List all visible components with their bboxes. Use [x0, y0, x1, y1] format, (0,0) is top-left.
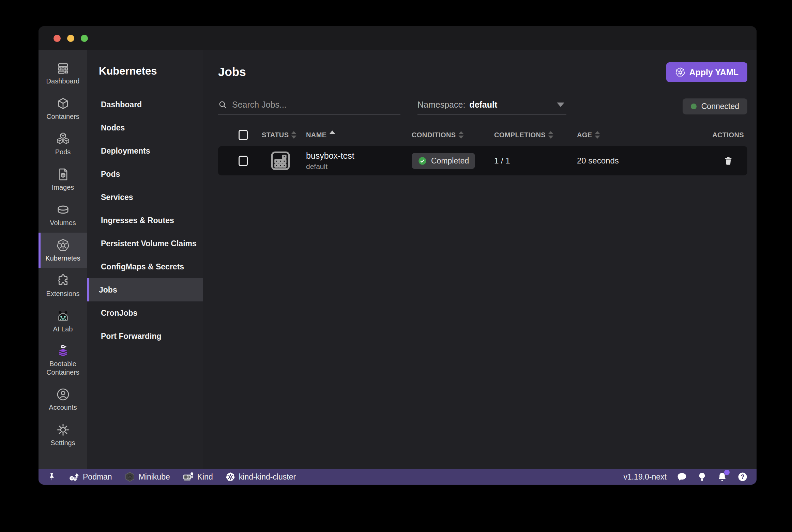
- notifications-bell-icon[interactable]: [717, 472, 727, 482]
- job-age: 20 seconds: [577, 156, 679, 166]
- statusbar-item-minikube[interactable]: Minikube: [124, 471, 170, 482]
- rail-item-images[interactable]: Images: [39, 162, 87, 197]
- rail-item-volumes[interactable]: Volumes: [39, 197, 87, 233]
- apply-yaml-label: Apply YAML: [689, 67, 738, 77]
- pods-icon: [56, 132, 70, 146]
- svg-text:?: ?: [741, 473, 745, 480]
- statusbar-item-kind-cluster[interactable]: kind-kind-cluster: [225, 472, 296, 482]
- rail-item-label: Dashboard: [45, 77, 81, 85]
- pin-icon[interactable]: [47, 472, 56, 481]
- namespace-value: default: [469, 100, 497, 110]
- apply-yaml-button[interactable]: Apply YAML: [666, 62, 747, 82]
- nav-item-cronjobs[interactable]: CronJobs: [87, 301, 203, 325]
- nav-item-dashboard[interactable]: Dashboard: [87, 93, 203, 116]
- namespace-label: Namespace:: [417, 100, 465, 110]
- ai-lab-icon: [56, 309, 70, 323]
- rail-item-ai-lab[interactable]: AI Lab: [39, 303, 87, 339]
- dashboard-icon: [56, 61, 70, 75]
- rail-item-kubernetes[interactable]: Kubernetes: [39, 233, 87, 268]
- job-namespace: default: [306, 162, 412, 171]
- nav-item-deployments[interactable]: Deployments: [87, 139, 203, 162]
- containers-icon: [56, 97, 70, 110]
- nav-item-port-forwarding[interactable]: Port Forwarding: [87, 325, 203, 348]
- nav-item-nodes[interactable]: Nodes: [87, 116, 203, 139]
- nav-panel-title: Kubernetes: [99, 65, 203, 77]
- rail-item-label: Containers: [45, 112, 81, 121]
- column-header-status[interactable]: STATUS: [262, 131, 306, 139]
- help-icon[interactable]: ?: [737, 472, 748, 482]
- rail-item-pods[interactable]: Pods: [39, 126, 87, 162]
- job-status-icon: [269, 150, 292, 172]
- rail-item-dashboard[interactable]: Dashboard: [39, 56, 87, 91]
- search-field: [218, 100, 400, 114]
- accounts-icon: [56, 388, 70, 401]
- rail-item-label: Settings: [49, 439, 76, 447]
- column-header-actions: ACTIONS: [679, 131, 747, 139]
- column-header-completions[interactable]: COMPLETIONS: [494, 131, 577, 139]
- maximize-window-button[interactable]: [81, 35, 88, 42]
- minimize-window-button[interactable]: [67, 35, 74, 42]
- bootable-containers-icon: [56, 344, 70, 358]
- titlebar: [39, 26, 757, 50]
- kubernetes-nav-panel: Kubernetes Dashboard Nodes Deployments P…: [87, 50, 203, 469]
- rail-item-extensions[interactable]: Extensions: [39, 268, 87, 303]
- lightbulb-icon[interactable]: [697, 472, 707, 482]
- job-name: busybox-test: [306, 151, 412, 161]
- extensions-icon: [56, 274, 70, 287]
- condition-badge: Completed: [412, 153, 475, 169]
- search-icon: [218, 100, 227, 109]
- close-window-button[interactable]: [54, 35, 61, 42]
- rail-item-label: Kubernetes: [44, 254, 81, 263]
- connection-status-badge: Connected: [683, 98, 747, 114]
- rail-item-label: Bootable Containers: [41, 360, 85, 377]
- job-completions: 1 / 1: [494, 156, 577, 166]
- rail-item-label: Pods: [54, 148, 72, 156]
- page-title: Jobs: [218, 65, 246, 79]
- nav-item-pods[interactable]: Pods: [87, 162, 203, 186]
- sort-ascending-icon: [329, 130, 335, 134]
- condition-text: Completed: [431, 156, 469, 166]
- nav-item-ingresses-routes[interactable]: Ingresses & Routes: [87, 209, 203, 232]
- feedback-chat-icon[interactable]: [677, 472, 687, 482]
- app-window: Dashboard Containers: [39, 26, 757, 485]
- icon-rail: Dashboard Containers: [39, 50, 87, 469]
- nav-item-persistent-volume-claims[interactable]: Persistent Volume Claims: [87, 232, 203, 255]
- rail-item-containers[interactable]: Containers: [39, 91, 87, 126]
- sort-icon: [548, 131, 553, 139]
- rail-item-label: Volumes: [48, 219, 77, 227]
- settings-icon: [56, 423, 70, 437]
- nav-item-services[interactable]: Services: [87, 186, 203, 209]
- column-header-age[interactable]: AGE: [577, 131, 679, 139]
- search-input[interactable]: [232, 100, 400, 110]
- select-all-checkbox[interactable]: [239, 130, 248, 140]
- rail-item-label: Accounts: [47, 403, 78, 412]
- kubernetes-wheel-icon: [675, 67, 685, 77]
- sort-icon: [595, 131, 600, 139]
- rail-item-accounts[interactable]: Accounts: [39, 382, 87, 417]
- chevron-down-icon: [557, 103, 564, 107]
- sort-icon: [458, 131, 464, 139]
- namespace-dropdown[interactable]: Namespace: default: [417, 100, 566, 114]
- nav-item-jobs[interactable]: Jobs: [87, 278, 203, 301]
- statusbar-item-label: Kind: [197, 472, 213, 482]
- statusbar-item-label: Podman: [83, 472, 112, 482]
- minikube-icon: [124, 471, 135, 482]
- kubernetes-cluster-icon: [225, 472, 235, 482]
- connection-status-text: Connected: [701, 102, 739, 111]
- rail-item-bootable-containers[interactable]: Bootable Containers: [39, 339, 87, 382]
- row-checkbox[interactable]: [239, 156, 248, 166]
- connected-dot-icon: [691, 104, 697, 109]
- table-row[interactable]: busybox-test default Completed: [218, 146, 747, 175]
- rail-item-settings[interactable]: Settings: [39, 417, 87, 453]
- column-header-conditions[interactable]: CONDITIONS: [412, 131, 494, 139]
- sort-icon: [291, 131, 296, 139]
- main-content: Jobs Apply YAML: [203, 50, 757, 469]
- statusbar-item-podman[interactable]: Podman: [68, 471, 112, 482]
- statusbar-item-label: kind-kind-cluster: [239, 472, 296, 482]
- check-circle-icon: [418, 156, 427, 166]
- nav-item-configmaps-secrets[interactable]: ConfigMaps & Secrets: [87, 255, 203, 278]
- rail-item-label: Images: [50, 183, 76, 192]
- column-header-name[interactable]: NAME: [306, 131, 412, 139]
- statusbar-item-kind[interactable]: Kind: [182, 471, 213, 482]
- delete-job-button[interactable]: [724, 156, 733, 166]
